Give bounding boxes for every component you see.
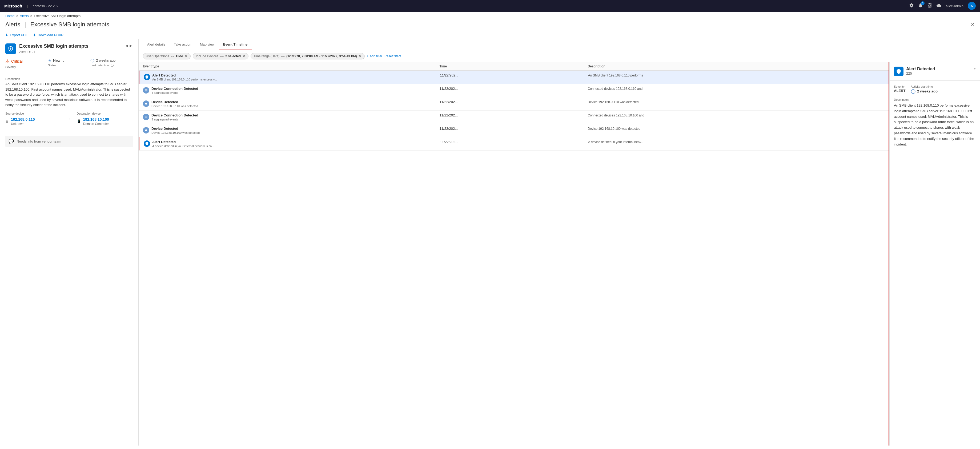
- col-time: Time: [439, 65, 587, 68]
- svg-point-1: [145, 130, 147, 132]
- status-icon: ★: [48, 58, 51, 63]
- breadcrumb-alerts[interactable]: Alerts: [20, 14, 29, 18]
- event-name: Device Connection Detected: [151, 87, 198, 90]
- page-subtitle: Excessive SMB login attempts: [30, 21, 109, 28]
- event-time: 11/22/202...: [439, 100, 587, 104]
- download-pcap-button[interactable]: ⬇ Download PCAP: [33, 33, 64, 37]
- monitor-icon: 🖥: [5, 119, 9, 124]
- table-row[interactable]: Device Connection Detected 3 aggregated …: [138, 111, 889, 124]
- detection-item: ◯ 2 weeks ago Last detection ⓘ: [91, 58, 133, 68]
- filter-time-range: Time range (Date) == (1/1/1970, 2:00:00 …: [251, 53, 364, 59]
- devices-section: Source device 🖥 192.168.0.110 Unknown → …: [5, 112, 133, 130]
- severity-item: ⚠ Critical Severity: [5, 58, 48, 68]
- col-event-type: Event type: [143, 65, 439, 68]
- event-type-cell: Alert Detected A device defined in your …: [144, 140, 440, 148]
- alert-header: Excessive SMB login attempts Alert ID: 2…: [5, 43, 133, 54]
- download-icon-2: ⬇: [33, 33, 36, 37]
- breadcrumb-home[interactable]: Home: [5, 14, 15, 18]
- alert-title-section: Excessive SMB login attempts Alert ID: 2…: [19, 43, 89, 54]
- status-item: ★ New ⌄ Status: [48, 58, 91, 68]
- event-time: 11/22/202...: [439, 127, 587, 130]
- info-icon[interactable]: ⓘ: [111, 64, 114, 67]
- nav-right-section: 0 alice-admin A: [909, 2, 976, 10]
- nav-separator: |: [27, 4, 28, 8]
- comment-text: Needs info from vendor team: [16, 140, 61, 143]
- download-pcap-label: Download PCAP: [38, 33, 64, 37]
- alert-title: Excessive SMB login attempts: [19, 43, 89, 49]
- alert-shield-icon: [5, 43, 16, 54]
- table-row[interactable]: Device Detected Device 192.168.10.100 wa…: [138, 124, 889, 137]
- detail-panel-header: Alert Detected 225 »: [889, 62, 980, 81]
- detail-title: Alert Detected: [906, 67, 935, 71]
- server-icon: 📱: [77, 119, 81, 124]
- download-icon: ⬇: [5, 33, 8, 37]
- event-time: 11/22/202...: [440, 140, 588, 144]
- settings-icon[interactable]: [909, 3, 914, 9]
- detection-label: Last detection ⓘ: [91, 63, 133, 67]
- tab-alert-details[interactable]: Alert details: [143, 39, 170, 50]
- event-name: Device Connection Detected: [151, 113, 198, 117]
- svg-point-0: [145, 103, 147, 105]
- tabs-bar: Alert details Take action Map view Event…: [138, 39, 980, 50]
- filter-include-devices-close[interactable]: ✕: [242, 54, 245, 58]
- table-row[interactable]: Alert Detected A device defined in your …: [138, 137, 889, 151]
- severity-label: Severity: [5, 65, 48, 68]
- clock-icon-detail: ◯: [911, 89, 915, 94]
- export-pdf-button[interactable]: ⬇ Export PDF: [5, 33, 28, 37]
- detail-meta-row: Severity ALERT Activity start time ◯ 2 w…: [894, 85, 976, 94]
- page-header: Alerts | Excessive SMB login attempts ✕: [0, 20, 980, 31]
- cloud-icon[interactable]: [936, 3, 942, 9]
- alert-id: Alert ID: 21: [19, 50, 89, 54]
- filter-user-operations-close[interactable]: ✕: [185, 54, 188, 58]
- filter-time-range-close[interactable]: ✕: [359, 54, 362, 58]
- event-sub: 3 aggregated events: [151, 118, 198, 121]
- notification-icon[interactable]: 0: [918, 3, 923, 9]
- event-desc: Connected devices 192.168.0.110 and: [588, 87, 884, 91]
- export-pdf-label: Export PDF: [10, 33, 28, 37]
- book-icon[interactable]: [927, 3, 932, 9]
- status-row: ⚠ Critical Severity ★ New ⌄ Status ◯ 2 w…: [5, 58, 133, 73]
- event-sub: Device 192.168.10.100 was detected: [151, 131, 200, 134]
- detection-value: ◯ 2 weeks ago: [91, 58, 133, 62]
- close-icon[interactable]: ✕: [970, 22, 975, 27]
- event-name: Alert Detected: [152, 73, 217, 77]
- source-device-ip[interactable]: 192.168.0.110: [11, 117, 35, 122]
- tab-map-view[interactable]: Map view: [196, 39, 219, 50]
- event-type-cell: Device Connection Detected 3 aggregated …: [143, 113, 439, 121]
- status-dropdown-icon[interactable]: ⌄: [62, 58, 65, 63]
- source-device-type: Unknown: [11, 122, 35, 126]
- event-sub: A device defined in your internal networ…: [152, 144, 214, 148]
- detail-time-sub: Activity start time: [911, 85, 938, 88]
- breadcrumb: Home > Alerts > Excessive SMB login atte…: [0, 12, 980, 20]
- detail-panel: Alert Detected 225 » Severity ALERT: [889, 62, 980, 446]
- left-panel: Excessive SMB login attempts Alert ID: 2…: [0, 39, 138, 446]
- detail-time: Activity start time ◯ 2 weeks ago: [911, 85, 938, 94]
- dest-device-ip[interactable]: 192.168.10.100: [83, 117, 109, 122]
- device-icon-2: [143, 100, 149, 107]
- collapse-button[interactable]: ◄►: [124, 43, 133, 48]
- event-time: 11/22/202...: [439, 113, 587, 117]
- detail-body: Severity ALERT Activity start time ◯ 2 w…: [889, 81, 980, 446]
- filter-user-operations: User Operations == Hide ✕: [143, 53, 191, 59]
- event-time: 11/22/202...: [439, 87, 587, 90]
- filter-include-devices: Include Devices == 2 selected ✕: [193, 53, 248, 59]
- table-row[interactable]: Device Connection Detected 4 aggregated …: [138, 84, 889, 97]
- reset-filters-button[interactable]: Reset filters: [384, 54, 401, 58]
- device-icon: [143, 87, 149, 94]
- table-row[interactable]: Device Detected Device 192.168.0.110 was…: [138, 97, 889, 111]
- add-filter-button[interactable]: + Add filter: [367, 54, 382, 58]
- plus-icon: +: [367, 54, 369, 58]
- tab-event-timeline[interactable]: Event Timeline: [219, 39, 252, 50]
- user-avatar[interactable]: A: [968, 2, 976, 10]
- device-detected-icon: [143, 127, 149, 133]
- detail-time-value: ◯ 2 weeks ago: [911, 89, 938, 94]
- table-row[interactable]: Alert Detected An SMB client 192.168.0.1…: [138, 71, 889, 84]
- detail-expand-icon[interactable]: »: [974, 67, 976, 71]
- tab-take-action[interactable]: Take action: [170, 39, 196, 50]
- event-desc: Device 192.168.0.110 was detected: [588, 100, 884, 105]
- toolbar: ⬇ Export PDF ⬇ Download PCAP: [0, 31, 980, 39]
- comment-icon: 💬: [8, 139, 14, 144]
- event-type-cell: Device Connection Detected 4 aggregated …: [143, 87, 439, 94]
- event-table-wrapper: Event type Time Description Alert Detect…: [138, 62, 980, 446]
- detail-severity: Severity ALERT: [894, 85, 905, 94]
